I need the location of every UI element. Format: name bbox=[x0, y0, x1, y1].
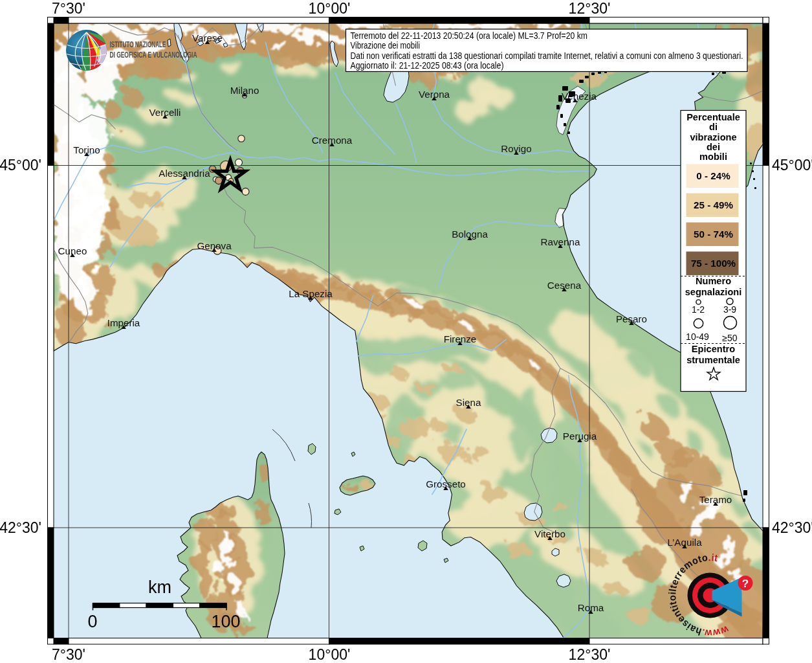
svg-text:Viterbo: Viterbo bbox=[534, 528, 565, 539]
svg-text:42°30': 42°30' bbox=[772, 519, 812, 536]
svg-text:Percentuale: Percentuale bbox=[686, 112, 740, 122]
svg-text:di: di bbox=[709, 122, 718, 132]
svg-text:≥50: ≥50 bbox=[722, 333, 737, 343]
svg-text:100: 100 bbox=[211, 612, 240, 631]
svg-text:12°30': 12°30' bbox=[569, 646, 611, 663]
svg-text:Torino: Torino bbox=[73, 144, 100, 155]
svg-text:10°00': 10°00' bbox=[309, 646, 351, 663]
svg-text:Venezia: Venezia bbox=[562, 91, 597, 102]
svg-text:Cuneo: Cuneo bbox=[58, 245, 87, 256]
svg-text:Dati non verificati estratti d: Dati non verificati estratti da 138 ques… bbox=[351, 51, 743, 61]
svg-text:Siena: Siena bbox=[456, 397, 481, 408]
svg-text:Pesaro: Pesaro bbox=[616, 313, 647, 324]
svg-text:segnalazioni: segnalazioni bbox=[685, 287, 742, 297]
svg-text:vibrazione: vibrazione bbox=[690, 132, 736, 142]
svg-text:25 - 49%: 25 - 49% bbox=[694, 199, 733, 210]
svg-text:Imperia: Imperia bbox=[107, 317, 140, 328]
svg-text:strumentale: strumentale bbox=[686, 355, 740, 365]
svg-text:1-2: 1-2 bbox=[692, 304, 705, 315]
svg-text:Rovigo: Rovigo bbox=[501, 143, 531, 154]
svg-text:Genova: Genova bbox=[197, 240, 232, 251]
svg-text:10-49: 10-49 bbox=[686, 332, 709, 342]
svg-text:3-9: 3-9 bbox=[723, 304, 736, 315]
svg-text:km: km bbox=[148, 578, 171, 597]
svg-text:Roma: Roma bbox=[578, 602, 604, 613]
svg-text:75 - 100%: 75 - 100% bbox=[691, 258, 736, 269]
svg-text:Firenze: Firenze bbox=[444, 333, 477, 344]
svg-text:La Spezia: La Spezia bbox=[289, 288, 333, 299]
svg-text:0 - 24%: 0 - 24% bbox=[696, 170, 730, 181]
svg-text:0: 0 bbox=[87, 612, 97, 631]
svg-text:45°00': 45°00' bbox=[0, 157, 41, 174]
svg-text:Cremona: Cremona bbox=[312, 135, 353, 146]
svg-text:7°30': 7°30' bbox=[52, 0, 85, 17]
svg-text:DI GEOFISICA E VULCANOLOGIA: DI GEOFISICA E VULCANOLOGIA bbox=[110, 50, 197, 60]
svg-text:Epicentro: Epicentro bbox=[692, 344, 735, 354]
svg-text:Numero: Numero bbox=[696, 276, 731, 286]
svg-text:mobili: mobili bbox=[699, 152, 727, 162]
svg-text:Perugia: Perugia bbox=[563, 431, 597, 442]
svg-text:Varese: Varese bbox=[192, 32, 223, 43]
svg-text:dei: dei bbox=[707, 142, 720, 152]
svg-text:Teramo: Teramo bbox=[699, 494, 732, 505]
svg-text:ISTITUTO NAZIONALE: ISTITUTO NAZIONALE bbox=[110, 39, 166, 49]
svg-text:50 - 74%: 50 - 74% bbox=[694, 229, 733, 240]
svg-text:7°30': 7°30' bbox=[52, 646, 85, 663]
svg-text:Ravenna: Ravenna bbox=[541, 236, 580, 247]
svg-text:Grosseto: Grosseto bbox=[426, 478, 466, 489]
svg-text:Vibrazione dei mobili: Vibrazione dei mobili bbox=[351, 40, 421, 51]
svg-text:10°00': 10°00' bbox=[309, 0, 351, 17]
svg-text:Vercelli: Vercelli bbox=[149, 107, 181, 118]
svg-text:Milano: Milano bbox=[230, 85, 259, 96]
svg-text:Aggiornato il: 21-12-2025 08:4: Aggiornato il: 21-12-2025 08:43 (ora loc… bbox=[351, 60, 504, 71]
svg-text:Cesena: Cesena bbox=[547, 280, 582, 291]
svg-text:?: ? bbox=[742, 578, 749, 590]
svg-text:L’Aquila: L’Aquila bbox=[667, 537, 702, 548]
svg-text:Bologna: Bologna bbox=[452, 229, 488, 240]
svg-text:Alessandria: Alessandria bbox=[159, 168, 210, 179]
svg-text:Verona: Verona bbox=[419, 89, 450, 100]
svg-text:Terremoto del 22-11-2013 20:50: Terremoto del 22-11-2013 20:50:24 (ora l… bbox=[351, 30, 588, 41]
svg-text:42°30': 42°30' bbox=[0, 519, 41, 536]
svg-text:45°00': 45°00' bbox=[772, 157, 812, 174]
svg-text:12°30': 12°30' bbox=[569, 0, 611, 17]
